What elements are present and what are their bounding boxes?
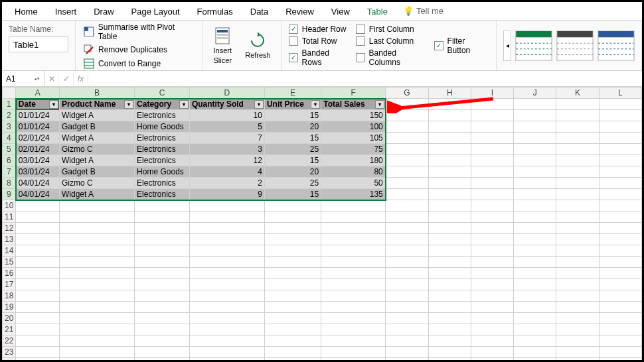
table-cell[interactable]: Electronics (135, 189, 190, 200)
cell[interactable] (428, 144, 471, 155)
table-cell[interactable]: Gizmo C (59, 178, 134, 189)
cell[interactable] (189, 223, 264, 234)
cell[interactable] (471, 279, 513, 290)
cell[interactable] (189, 335, 264, 347)
cell[interactable] (386, 324, 428, 335)
cell[interactable] (514, 144, 556, 155)
cell[interactable] (471, 324, 513, 335)
cell[interactable] (135, 347, 190, 358)
select-all-corner[interactable] (3, 88, 16, 99)
cell[interactable] (59, 313, 134, 324)
cell[interactable] (264, 257, 321, 268)
cell[interactable] (321, 290, 386, 302)
cell[interactable] (428, 99, 471, 110)
table-cell[interactable]: 04/01/24 (16, 178, 60, 189)
row-header[interactable]: 19 (3, 302, 16, 313)
cell[interactable] (321, 257, 386, 268)
table-cell[interactable]: 75 (321, 144, 386, 155)
cell[interactable] (599, 290, 641, 302)
cell[interactable] (556, 178, 599, 189)
tab-page-layout[interactable]: Page Layout (123, 3, 189, 19)
table-cell[interactable]: Gadget B (59, 166, 134, 178)
cell[interactable] (556, 166, 599, 178)
cell[interactable] (428, 279, 471, 290)
cell[interactable] (16, 223, 60, 234)
table-cell[interactable]: 20 (264, 121, 321, 133)
table-cell[interactable]: 15 (264, 155, 321, 166)
cell[interactable] (599, 257, 641, 268)
row-header[interactable]: 13 (3, 234, 16, 245)
table-cell[interactable]: 3 (189, 144, 264, 155)
cell[interactable] (189, 279, 264, 290)
cell[interactable] (514, 99, 556, 110)
cell[interactable] (386, 121, 428, 133)
table-cell[interactable]: Widget A (59, 189, 134, 200)
cell[interactable] (556, 99, 599, 110)
cell[interactable] (514, 200, 556, 211)
row-header[interactable]: 4 (3, 133, 16, 144)
table-cell[interactable]: 04/01/24 (16, 189, 60, 200)
cell[interactable] (428, 313, 471, 324)
cell[interactable] (386, 313, 428, 324)
cell[interactable] (471, 358, 513, 361)
cell[interactable] (189, 200, 264, 211)
cell[interactable] (189, 257, 264, 268)
cell[interactable] (514, 347, 556, 358)
table-style-swatch[interactable] (598, 30, 635, 61)
row-header[interactable]: 17 (3, 279, 16, 290)
table-cell[interactable]: 80 (321, 166, 386, 178)
cell[interactable] (135, 335, 190, 347)
cell[interactable] (556, 290, 599, 302)
cell[interactable] (428, 358, 471, 361)
cell[interactable] (189, 234, 264, 245)
cell[interactable] (428, 200, 471, 211)
cell[interactable] (16, 245, 60, 257)
cell[interactable] (135, 290, 190, 302)
cell[interactable] (321, 335, 386, 347)
cell[interactable] (386, 223, 428, 234)
table-cell[interactable]: Electronics (135, 144, 190, 155)
row-header[interactable]: 21 (3, 324, 16, 335)
cell[interactable] (514, 155, 556, 166)
row-header[interactable]: 11 (3, 211, 16, 223)
cell[interactable] (189, 324, 264, 335)
refresh-button[interactable]: Refresh (241, 30, 275, 60)
cell[interactable] (599, 178, 641, 189)
cell[interactable] (556, 211, 599, 223)
cell[interactable] (471, 133, 513, 144)
table-cell[interactable]: 01/01/24 (16, 110, 60, 121)
cell[interactable] (599, 302, 641, 313)
cell[interactable] (471, 313, 513, 324)
column-header[interactable]: H (428, 88, 471, 99)
cell[interactable] (321, 211, 386, 223)
cell[interactable] (264, 279, 321, 290)
tab-insert[interactable]: Insert (46, 3, 86, 19)
cell[interactable] (514, 223, 556, 234)
cell[interactable] (556, 245, 599, 257)
cell[interactable] (386, 110, 428, 121)
cell[interactable] (471, 200, 513, 211)
cell[interactable] (135, 358, 190, 361)
cell[interactable] (556, 155, 599, 166)
cell[interactable] (189, 245, 264, 257)
cell[interactable] (135, 234, 190, 245)
cell[interactable] (471, 302, 513, 313)
table-cell[interactable]: 4 (189, 166, 264, 178)
cell[interactable] (471, 178, 513, 189)
row-header[interactable]: 12 (3, 223, 16, 234)
cell[interactable] (428, 110, 471, 121)
table-cell[interactable]: 03/01/24 (16, 166, 60, 178)
cell[interactable] (189, 211, 264, 223)
cell[interactable] (471, 290, 513, 302)
cancel-formula-button[interactable]: ✕ (44, 71, 59, 86)
cell[interactable] (428, 121, 471, 133)
cell[interactable] (514, 313, 556, 324)
cell[interactable] (556, 279, 599, 290)
formula-input[interactable] (88, 71, 642, 86)
table-cell[interactable]: 2 (189, 178, 264, 189)
table-cell[interactable]: 10 (189, 110, 264, 121)
cell[interactable] (386, 99, 428, 110)
convert-range-button[interactable]: Convert to Range (82, 58, 195, 70)
cell[interactable] (386, 133, 428, 144)
cell[interactable] (135, 313, 190, 324)
